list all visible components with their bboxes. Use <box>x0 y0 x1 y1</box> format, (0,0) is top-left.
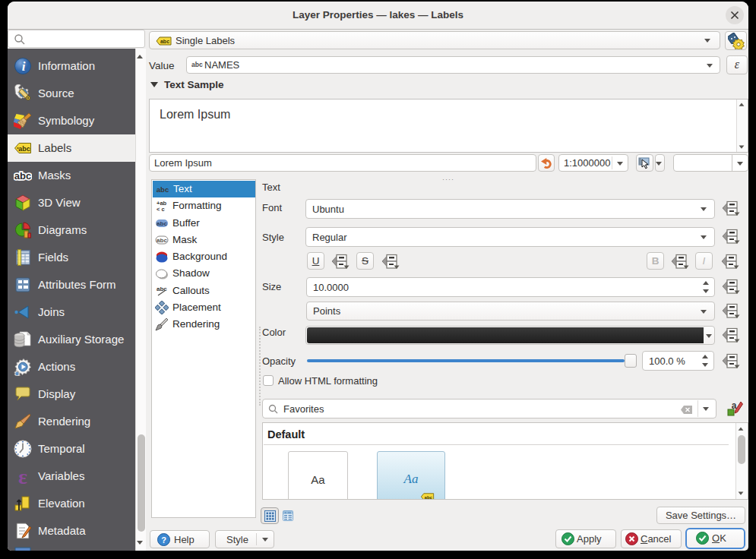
svg-text:i: i <box>22 59 26 74</box>
svg-text:abc: abc <box>425 495 433 500</box>
svg-text:abc: abc <box>14 170 31 182</box>
svg-text:?: ? <box>161 535 166 545</box>
svg-text:< c: < c <box>157 206 165 213</box>
svg-text:abc: abc <box>157 237 167 244</box>
svg-text:ε: ε <box>18 467 27 485</box>
svg-text:abc: abc <box>157 220 167 227</box>
svg-text:abc: abc <box>160 39 169 44</box>
svg-text:abc: abc <box>18 145 30 153</box>
svg-text:abc: abc <box>157 286 167 292</box>
svg-text:abc: abc <box>157 185 169 194</box>
